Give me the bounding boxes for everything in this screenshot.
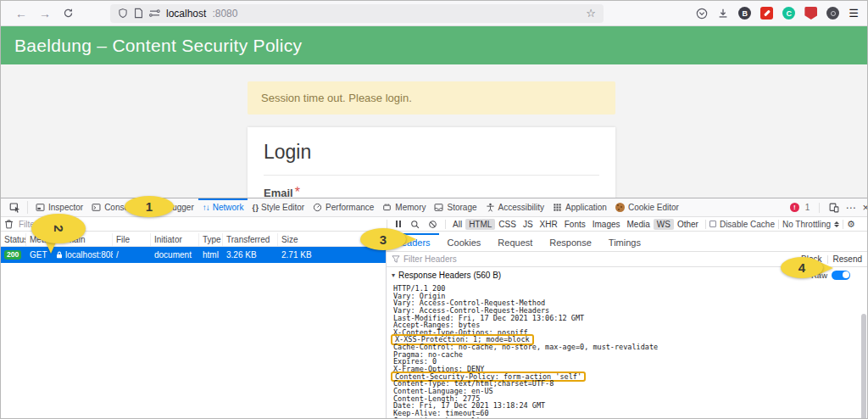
page-info-icon[interactable]: [134, 8, 143, 19]
response-header-line: Pragma: no-cache: [393, 351, 867, 359]
pocket-icon[interactable]: [696, 8, 708, 20]
grammarly-extension-icon[interactable]: C: [782, 7, 795, 20]
url-text: localhost: [166, 8, 206, 20]
devtools-tab-memory[interactable]: Memory: [378, 198, 430, 216]
downloads-icon[interactable]: [717, 8, 729, 20]
page-header-banner: Baeldung – Content Security Policy: [1, 26, 867, 64]
callout-3-headers-tab: 3: [360, 228, 406, 250]
bitwarden-extension-icon[interactable]: B: [738, 7, 751, 20]
meatball-menu-icon[interactable]: ⋯: [845, 202, 856, 214]
disable-cache-label: Disable Cache: [720, 220, 775, 229]
col-type[interactable]: Type: [199, 233, 223, 246]
search-icon[interactable]: [410, 220, 420, 229]
filter-pill-html[interactable]: HTML: [465, 219, 495, 230]
devtools-panel: Inspector Console Debugger ↑↓ Network { …: [1, 198, 867, 418]
shield-icon[interactable]: [118, 8, 128, 19]
devtools-tab-performance[interactable]: Performance: [309, 198, 378, 216]
chevron-down-icon: ▾: [392, 271, 395, 279]
details-tab-cookies[interactable]: Cookies: [439, 233, 490, 251]
col-status[interactable]: Status: [1, 233, 26, 246]
request-row-selected[interactable]: 200 GET localhost:8080 / document html 3…: [1, 247, 386, 263]
request-list: Status Met... Domain File Initiator Type…: [1, 233, 387, 418]
extension-wheel-icon[interactable]: [826, 7, 839, 20]
response-headers-title: Response Headers (560 B): [398, 271, 501, 280]
filter-pill-all[interactable]: All: [449, 219, 465, 230]
url-bar[interactable]: localhost:8080 ☆: [110, 4, 604, 23]
devtools-tab-network[interactable]: ↑↓ Network: [198, 198, 248, 216]
devtools-tab-style-editor[interactable]: { } Style Editor: [248, 198, 309, 216]
pause-icon[interactable]: [396, 221, 401, 227]
status-badge: 200: [4, 250, 21, 260]
hamburger-menu-icon[interactable]: ☰: [849, 7, 859, 20]
filter-pill-css[interactable]: CSS: [495, 219, 520, 230]
details-tabbar: Headers Cookies Request Response Timings: [387, 233, 867, 252]
devtools-close-icon[interactable]: ×: [862, 201, 868, 214]
email-label: Email: [264, 187, 293, 198]
permissions-icon[interactable]: [149, 8, 160, 18]
raw-response-headers: HTTP/1.1 200 Vary: Origin Vary: Access-C…: [387, 282, 867, 418]
response-header-line: Connection: keep-alive: [393, 417, 867, 418]
filter-pill-js[interactable]: JS: [520, 219, 537, 230]
error-badge-icon[interactable]: !: [790, 203, 799, 212]
details-tab-request[interactable]: Request: [489, 233, 541, 251]
responsive-mode-icon[interactable]: [829, 203, 839, 213]
filter-pill-images[interactable]: Images: [589, 219, 624, 230]
bookmark-star-icon[interactable]: ☆: [586, 7, 596, 20]
network-settings-gear-icon[interactable]: ⚙: [847, 219, 855, 230]
page-title: Baeldung – Content Security Policy: [14, 36, 302, 56]
filter-pill-ws[interactable]: WS: [654, 219, 674, 230]
clear-requests-icon[interactable]: [4, 219, 14, 229]
raw-toggle-switch[interactable]: [832, 271, 850, 280]
filter-pill-other[interactable]: Other: [674, 219, 702, 230]
filter-pill-fonts[interactable]: Fonts: [561, 219, 589, 230]
filter-pill-xhr[interactable]: XHR: [537, 219, 561, 230]
login-heading: Login: [264, 141, 599, 164]
network-toolbar: All HTML CSS JS XHR Fonts Images Media W…: [1, 217, 867, 232]
response-header-line: Cache-Control: no-cache, no-store, max-a…: [393, 344, 867, 351]
session-timeout-alert: Session time out. Please login.: [248, 81, 615, 115]
col-initiator[interactable]: Initiator: [151, 233, 199, 246]
back-icon[interactable]: ←: [15, 8, 27, 20]
devtools-tab-cookie-editor[interactable]: Cookie Editor: [611, 198, 683, 216]
col-transferred[interactable]: Transferred: [223, 233, 278, 246]
braces-icon: { }: [252, 204, 258, 212]
forward-icon[interactable]: →: [39, 8, 51, 20]
adblock-extension-icon[interactable]: [804, 7, 817, 20]
callout-4-raw-toggle: 4: [781, 257, 823, 278]
cookie-icon: [615, 203, 625, 212]
details-tab-response[interactable]: Response: [541, 233, 600, 251]
disable-cache-checkbox[interactable]: [709, 221, 716, 227]
response-header-line: HTTP/1.1 200: [393, 285, 867, 293]
throttling-select[interactable]: No Throttling: [782, 220, 839, 229]
devtools-tab-accessibility[interactable]: Accessibility: [481, 198, 548, 216]
devtools-tabbar-right: ! 1 ⋯ ×: [790, 198, 867, 216]
webpage-content: Session time out. Please login. Login Em…: [1, 64, 867, 198]
required-asterisk: *: [295, 185, 300, 198]
network-arrows-icon: ↑↓: [203, 203, 209, 212]
devtools-tab-storage[interactable]: Storage: [430, 198, 481, 216]
resend-button[interactable]: Resend: [833, 254, 862, 264]
callout-1-network-tab: 1: [125, 196, 174, 217]
col-file[interactable]: File: [113, 233, 151, 246]
pick-element-icon[interactable]: [6, 198, 24, 216]
url-port: :8080: [212, 8, 237, 20]
browser-action-icons: B C ☰: [696, 7, 859, 20]
browser-toolbar: ← → localhost:8080 ☆ B: [1, 1, 867, 26]
divider: [264, 175, 599, 176]
callout-2-status-200: 2: [31, 214, 86, 243]
scrollbar-thumb[interactable]: [861, 314, 866, 419]
login-card: Login Email*: [248, 127, 615, 198]
reload-icon[interactable]: [63, 8, 74, 19]
editor-extension-icon[interactable]: [760, 7, 773, 20]
updown-icon: [834, 221, 839, 227]
block-icon[interactable]: [428, 220, 437, 229]
filter-headers-input[interactable]: [403, 254, 573, 264]
filter-pill-media[interactable]: Media: [624, 219, 654, 230]
devtools-tab-application[interactable]: Application: [548, 198, 611, 216]
screenshot-root: ← → localhost:8080 ☆ B: [0, 0, 868, 419]
funnel-icon: [392, 255, 400, 263]
details-tab-timings[interactable]: Timings: [600, 233, 649, 251]
error-count: 1: [805, 203, 810, 212]
